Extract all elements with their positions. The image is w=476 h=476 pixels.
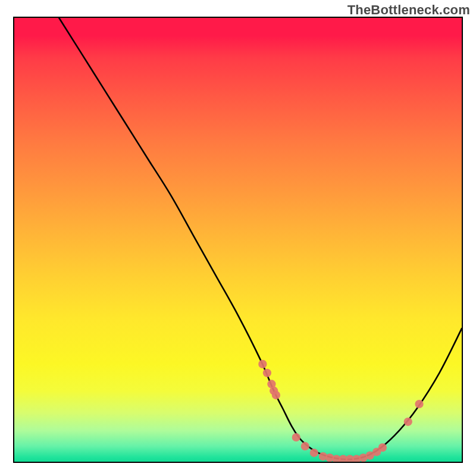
data-point bbox=[292, 433, 300, 441]
data-point bbox=[301, 442, 309, 450]
data-point bbox=[272, 391, 280, 399]
watermark-text: TheBottleneck.com bbox=[347, 2, 470, 18]
chart-frame: TheBottleneck.com bbox=[0, 0, 476, 476]
chart-svg bbox=[14, 18, 462, 462]
data-point bbox=[378, 443, 387, 452]
data-point bbox=[310, 449, 318, 457]
bottleneck-curve bbox=[59, 18, 462, 459]
data-point bbox=[415, 400, 423, 408]
data-point bbox=[404, 418, 412, 426]
data-point bbox=[258, 360, 267, 368]
plot-area bbox=[13, 17, 463, 463]
data-point bbox=[263, 369, 271, 377]
